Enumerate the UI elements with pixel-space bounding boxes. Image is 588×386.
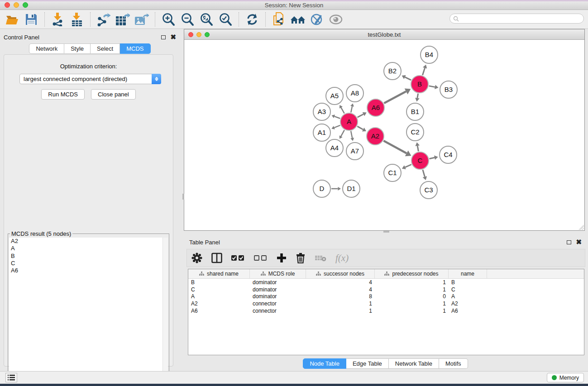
- function-icon[interactable]: f(x): [335, 253, 349, 264]
- column-header-shared-name[interactable]: shared name: [188, 269, 250, 278]
- tab-edge-table[interactable]: Edge Table: [346, 358, 389, 369]
- resize-grip[interactable]: [578, 224, 584, 230]
- delete-table-icon[interactable]: [315, 254, 326, 262]
- column-header-successor-nodes[interactable]: successor nodes: [306, 269, 375, 278]
- deselect-all-icon[interactable]: [254, 255, 268, 261]
- export-network-icon[interactable]: [96, 12, 112, 27]
- window-titlebar: Session: New Session: [0, 0, 588, 10]
- tab-mcds[interactable]: MCDS: [120, 43, 150, 54]
- tab-network-table[interactable]: Network Table: [389, 358, 439, 369]
- edge-C-C1[interactable]: [405, 164, 411, 167]
- edge-B-B4[interactable]: [422, 68, 425, 75]
- delete-icon[interactable]: [296, 253, 306, 263]
- save-icon[interactable]: [23, 12, 39, 27]
- close-panel-button[interactable]: Close panel: [91, 89, 136, 100]
- edge-B-B3[interactable]: [429, 86, 435, 87]
- zoom-out-icon[interactable]: [179, 12, 196, 27]
- tab-motifs[interactable]: Motifs: [439, 358, 468, 369]
- table-cell: connector: [250, 308, 306, 314]
- zoom-in-icon[interactable]: [160, 12, 177, 27]
- edge-A2-C[interactable]: [383, 141, 406, 153]
- edge-A-A8[interactable]: [351, 106, 352, 113]
- table-row[interactable]: Adominator80A: [188, 293, 584, 300]
- import-table-icon[interactable]: [69, 12, 85, 27]
- column-header-name[interactable]: name: [449, 269, 487, 278]
- edge-A-A5[interactable]: [341, 108, 344, 114]
- edge-C-C2[interactable]: [417, 146, 418, 151]
- zoom-selected-icon[interactable]: [217, 12, 234, 27]
- home-icon[interactable]: [290, 12, 306, 27]
- memory-button[interactable]: Memory: [547, 373, 584, 382]
- mcds-result-list[interactable]: A2ABCA6: [9, 238, 168, 386]
- gear-icon[interactable]: [191, 253, 202, 263]
- select-all-icon[interactable]: [231, 255, 245, 261]
- edge-A-A6[interactable]: [358, 114, 363, 117]
- tab-select[interactable]: Select: [91, 43, 120, 54]
- scrollbar-nub[interactable]: [383, 231, 389, 233]
- edge-A-A1[interactable]: [334, 125, 340, 128]
- table-cell: C: [188, 286, 250, 293]
- edge-A-A4[interactable]: [341, 130, 344, 136]
- tab-style[interactable]: Style: [64, 43, 91, 54]
- node-label-D1: D1: [347, 185, 355, 192]
- table-cell: B: [188, 279, 250, 286]
- search-input[interactable]: [449, 14, 584, 24]
- open-folder-icon[interactable]: [4, 12, 20, 27]
- edge-A6-B[interactable]: [384, 91, 406, 103]
- refresh-icon[interactable]: [244, 12, 260, 27]
- node-label-D: D: [320, 185, 325, 192]
- arrowhead: [338, 187, 341, 191]
- edge-C-C3[interactable]: [423, 170, 425, 176]
- table-cell: C: [449, 286, 487, 293]
- table-row[interactable]: Cdominator41C: [188, 286, 584, 293]
- table-cell: A: [449, 293, 487, 300]
- window-title: Session: New Session: [0, 2, 588, 9]
- tab-node-table[interactable]: Node Table: [303, 358, 346, 369]
- node-table[interactable]: shared nameMCDS rolesuccessor nodesprede…: [188, 269, 584, 355]
- task-list-button[interactable]: [5, 373, 17, 382]
- tab-network[interactable]: Network: [29, 43, 64, 54]
- close-panel-icon[interactable]: ✖: [170, 35, 176, 39]
- network-canvas[interactable]: AA1A2A3A4A5A6A7A8BB1B2B3B4CC1C2C3C4DD1: [184, 40, 584, 230]
- result-list-item[interactable]: A6: [9, 267, 168, 274]
- zoom-fit-icon[interactable]: [198, 12, 215, 27]
- hide-annotation-icon[interactable]: [309, 12, 325, 27]
- table-row[interactable]: A2connector11A2: [188, 300, 584, 307]
- edge-B-B1[interactable]: [417, 94, 418, 98]
- table-toolbar: f(x): [186, 249, 585, 267]
- close-table-panel-icon[interactable]: ✖: [576, 240, 582, 244]
- column-header-MCDS-role[interactable]: MCDS role: [250, 269, 306, 278]
- import-network-icon[interactable]: [50, 12, 66, 27]
- float-panel-icon[interactable]: [161, 35, 166, 39]
- export-image-icon[interactable]: [134, 12, 150, 27]
- toolbar-separator: [265, 12, 266, 27]
- edge-B-B2[interactable]: [405, 77, 411, 80]
- result-list-item[interactable]: A2: [9, 238, 168, 245]
- edge-A-A2[interactable]: [357, 126, 363, 129]
- add-icon[interactable]: [277, 253, 287, 263]
- run-mcds-button[interactable]: Run MCDS: [41, 89, 85, 100]
- eye-icon[interactable]: [328, 12, 344, 27]
- edge-A-A7[interactable]: [351, 131, 352, 138]
- edge-C-C4[interactable]: [430, 157, 435, 158]
- desktop-strip: [0, 384, 588, 386]
- export-table-icon[interactable]: [115, 12, 131, 27]
- network-window-titlebar[interactable]: testGlobe.txt: [184, 29, 584, 40]
- tree-icon: [316, 272, 321, 276]
- result-list-item[interactable]: A: [9, 245, 168, 252]
- clone-network-icon[interactable]: [271, 12, 287, 27]
- float-table-panel-icon[interactable]: [567, 240, 571, 244]
- result-list-item[interactable]: C: [9, 260, 168, 267]
- tree-icon: [384, 272, 389, 276]
- result-scrollbar[interactable]: [163, 238, 168, 386]
- column-view-icon[interactable]: [211, 253, 222, 263]
- node-label-B1: B1: [411, 108, 419, 115]
- edge-A-A3[interactable]: [335, 116, 340, 119]
- table-row[interactable]: Bdominator41B: [188, 279, 584, 286]
- scrollbar-nub[interactable]: [182, 194, 184, 200]
- column-header-predecessor-nodes[interactable]: predecessor nodes: [375, 269, 449, 278]
- result-list-item[interactable]: B: [9, 253, 168, 260]
- criterion-select[interactable]: largest connected component (directed): [19, 74, 161, 84]
- table-row[interactable]: A6connector11A6: [188, 307, 584, 315]
- node-label-A6: A6: [372, 104, 380, 111]
